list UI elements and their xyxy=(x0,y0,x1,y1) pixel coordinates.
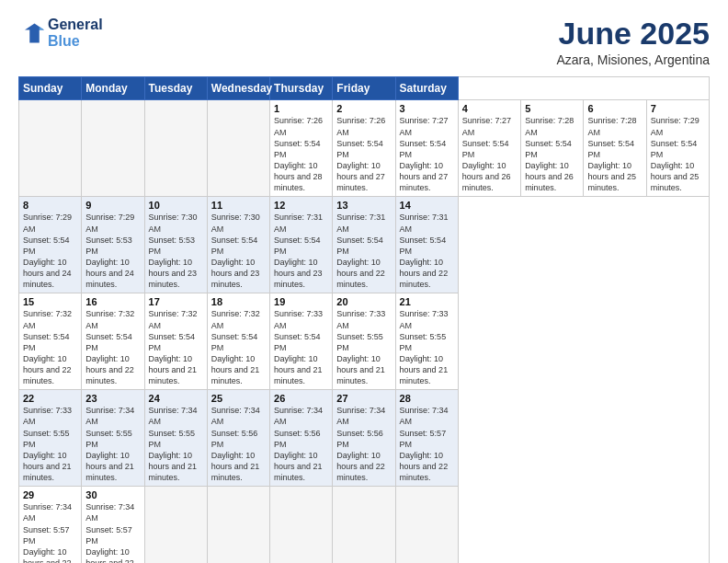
day-info: Sunrise: 7:28 AMSunset: 5:54 PMDaylight:… xyxy=(587,115,642,193)
calendar-header: Sunday Monday Tuesday Wednesday Thursday… xyxy=(19,77,710,100)
col-sunday: Sunday xyxy=(19,77,82,100)
day-number: 29 xyxy=(23,489,77,500)
table-cell: 3Sunrise: 7:27 AMSunset: 5:54 PMDaylight… xyxy=(395,100,458,197)
day-info: Sunrise: 7:30 AMSunset: 5:54 PMDaylight:… xyxy=(211,212,266,290)
table-cell: 19Sunrise: 7:33 AMSunset: 5:54 PMDayligh… xyxy=(270,293,333,390)
calendar-table: Sunday Monday Tuesday Wednesday Thursday… xyxy=(18,76,710,563)
day-number: 20 xyxy=(336,296,391,307)
day-number: 27 xyxy=(336,393,391,404)
day-number: 24 xyxy=(149,393,203,404)
day-number: 8 xyxy=(23,200,77,211)
table-cell xyxy=(270,487,333,563)
col-saturday: Saturday xyxy=(395,77,458,100)
day-number: 17 xyxy=(149,296,203,307)
table-cell xyxy=(82,100,144,197)
day-number: 14 xyxy=(400,200,454,211)
table-cell: 2Sunrise: 7:26 AMSunset: 5:54 PMDaylight… xyxy=(333,100,395,197)
table-cell: 26Sunrise: 7:34 AMSunset: 5:56 PMDayligh… xyxy=(270,390,333,487)
col-friday: Friday xyxy=(333,77,395,100)
day-info: Sunrise: 7:27 AMSunset: 5:54 PMDaylight:… xyxy=(400,115,454,193)
table-cell xyxy=(333,487,395,563)
day-info: Sunrise: 7:29 AMSunset: 5:54 PMDaylight:… xyxy=(651,115,705,193)
day-number: 11 xyxy=(211,200,266,211)
table-cell: 28Sunrise: 7:34 AMSunset: 5:57 PMDayligh… xyxy=(395,390,458,487)
table-cell: 23Sunrise: 7:34 AMSunset: 5:55 PMDayligh… xyxy=(82,390,144,487)
logo-line1: General xyxy=(48,17,103,33)
day-number: 9 xyxy=(85,200,140,211)
table-cell: 29Sunrise: 7:34 AMSunset: 5:57 PMDayligh… xyxy=(19,487,82,563)
calendar-body: 1Sunrise: 7:26 AMSunset: 5:54 PMDaylight… xyxy=(19,100,710,563)
day-info: Sunrise: 7:33 AMSunset: 5:55 PMDaylight:… xyxy=(336,308,391,386)
table-cell: 30Sunrise: 7:34 AMSunset: 5:57 PMDayligh… xyxy=(82,487,144,563)
day-number: 13 xyxy=(336,200,391,211)
table-cell: 20Sunrise: 7:33 AMSunset: 5:55 PMDayligh… xyxy=(333,293,395,390)
title-block: June 2025 Azara, Misiones, Argentina xyxy=(556,17,710,67)
day-info: Sunrise: 7:32 AMSunset: 5:54 PMDaylight:… xyxy=(85,308,140,386)
day-info: Sunrise: 7:34 AMSunset: 5:55 PMDaylight:… xyxy=(149,405,203,483)
logo-icon xyxy=(18,20,44,46)
day-info: Sunrise: 7:31 AMSunset: 5:54 PMDaylight:… xyxy=(274,212,328,290)
svg-marker-1 xyxy=(40,27,44,30)
svg-marker-0 xyxy=(25,24,44,43)
day-number: 18 xyxy=(211,296,266,307)
day-number: 15 xyxy=(23,296,77,307)
day-info: Sunrise: 7:34 AMSunset: 5:56 PMDaylight:… xyxy=(211,405,266,483)
header: General Blue June 2025 Azara, Misiones, … xyxy=(18,17,710,67)
table-cell: 9Sunrise: 7:29 AMSunset: 5:53 PMDaylight… xyxy=(82,197,144,293)
day-info: Sunrise: 7:34 AMSunset: 5:57 PMDaylight:… xyxy=(85,501,140,563)
table-cell: 6Sunrise: 7:28 AMSunset: 5:54 PMDaylight… xyxy=(584,100,646,197)
col-monday: Monday xyxy=(82,77,144,100)
day-number: 1 xyxy=(274,103,328,114)
table-cell xyxy=(207,100,269,197)
calendar-row: 29Sunrise: 7:34 AMSunset: 5:57 PMDayligh… xyxy=(19,487,710,563)
col-tuesday: Tuesday xyxy=(144,77,207,100)
day-info: Sunrise: 7:31 AMSunset: 5:54 PMDaylight:… xyxy=(336,212,391,290)
logo: General Blue xyxy=(18,17,103,51)
day-number: 6 xyxy=(587,103,642,114)
day-info: Sunrise: 7:32 AMSunset: 5:54 PMDaylight:… xyxy=(211,308,266,386)
page: General Blue June 2025 Azara, Misiones, … xyxy=(0,0,728,563)
table-cell: 12Sunrise: 7:31 AMSunset: 5:54 PMDayligh… xyxy=(270,197,333,293)
table-cell: 14Sunrise: 7:31 AMSunset: 5:54 PMDayligh… xyxy=(395,197,458,293)
day-number: 3 xyxy=(400,103,454,114)
table-cell xyxy=(207,487,269,563)
day-number: 21 xyxy=(400,296,454,307)
day-info: Sunrise: 7:31 AMSunset: 5:54 PMDaylight:… xyxy=(400,212,454,290)
header-row: Sunday Monday Tuesday Wednesday Thursday… xyxy=(19,77,710,100)
table-cell: 18Sunrise: 7:32 AMSunset: 5:54 PMDayligh… xyxy=(207,293,269,390)
table-cell: 4Sunrise: 7:27 AMSunset: 5:54 PMDaylight… xyxy=(458,100,520,197)
table-cell xyxy=(144,100,207,197)
day-info: Sunrise: 7:32 AMSunset: 5:54 PMDaylight:… xyxy=(23,308,77,386)
day-info: Sunrise: 7:33 AMSunset: 5:54 PMDaylight:… xyxy=(274,308,328,386)
table-cell: 11Sunrise: 7:30 AMSunset: 5:54 PMDayligh… xyxy=(207,197,269,293)
main-title: June 2025 xyxy=(556,17,710,51)
day-number: 7 xyxy=(651,103,705,114)
day-number: 26 xyxy=(274,393,328,404)
table-cell: 25Sunrise: 7:34 AMSunset: 5:56 PMDayligh… xyxy=(207,390,269,487)
calendar-row: 22Sunrise: 7:33 AMSunset: 5:55 PMDayligh… xyxy=(19,390,710,487)
day-info: Sunrise: 7:26 AMSunset: 5:54 PMDaylight:… xyxy=(336,115,391,193)
calendar-row: 15Sunrise: 7:32 AMSunset: 5:54 PMDayligh… xyxy=(19,293,710,390)
table-cell: 16Sunrise: 7:32 AMSunset: 5:54 PMDayligh… xyxy=(82,293,144,390)
logo-line2: Blue xyxy=(48,33,103,50)
day-number: 25 xyxy=(211,393,266,404)
day-number: 12 xyxy=(274,200,328,211)
calendar-row: 8Sunrise: 7:29 AMSunset: 5:54 PMDaylight… xyxy=(19,197,710,293)
day-info: Sunrise: 7:27 AMSunset: 5:54 PMDaylight:… xyxy=(462,115,517,193)
day-number: 28 xyxy=(400,393,454,404)
day-info: Sunrise: 7:28 AMSunset: 5:54 PMDaylight:… xyxy=(525,115,579,193)
day-number: 19 xyxy=(274,296,328,307)
day-number: 10 xyxy=(149,200,203,211)
col-thursday: Thursday xyxy=(270,77,333,100)
day-info: Sunrise: 7:29 AMSunset: 5:53 PMDaylight:… xyxy=(85,212,140,290)
day-info: Sunrise: 7:34 AMSunset: 5:56 PMDaylight:… xyxy=(336,405,391,483)
day-info: Sunrise: 7:34 AMSunset: 5:57 PMDaylight:… xyxy=(23,501,77,563)
day-number: 2 xyxy=(336,103,391,114)
table-cell: 22Sunrise: 7:33 AMSunset: 5:55 PMDayligh… xyxy=(19,390,82,487)
table-cell: 1Sunrise: 7:26 AMSunset: 5:54 PMDaylight… xyxy=(270,100,333,197)
table-cell: 21Sunrise: 7:33 AMSunset: 5:55 PMDayligh… xyxy=(395,293,458,390)
day-info: Sunrise: 7:30 AMSunset: 5:53 PMDaylight:… xyxy=(149,212,203,290)
day-number: 5 xyxy=(525,103,579,114)
day-number: 4 xyxy=(462,103,517,114)
day-number: 22 xyxy=(23,393,77,404)
